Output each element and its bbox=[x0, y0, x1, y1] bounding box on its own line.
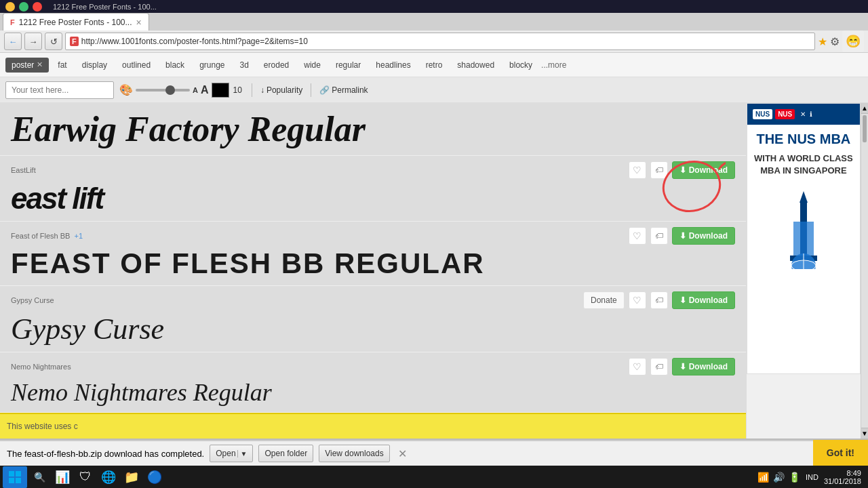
tab-bar: F 1212 Free Poster Fonts - 100... × bbox=[0, 13, 868, 30]
maximize-button[interactable] bbox=[19, 2, 28, 12]
feast-download-button[interactable]: ⬇ Download bbox=[672, 227, 735, 245]
tags-more-button[interactable]: ...more bbox=[541, 60, 566, 70]
start-button[interactable] bbox=[3, 466, 27, 488]
window-title: 1212 Free Poster Fonts - 100... bbox=[53, 3, 157, 11]
got-it-button[interactable]: Got it! bbox=[813, 440, 868, 466]
font-actions-nemo: ♡ 🏷 ⬇ Download bbox=[629, 358, 735, 375]
tag-poster-active[interactable]: poster ✕ bbox=[5, 58, 49, 73]
ad-title: THE NUS MBA bbox=[756, 131, 850, 147]
sort-button[interactable]: ↓ Popularity bbox=[260, 85, 302, 95]
nemo-font-display: Nemo Nightmares Regular bbox=[11, 378, 735, 407]
font-row-gypsy-header: Gypsy Curse Donate ♡ 🏷 ⬇ Download bbox=[11, 291, 735, 309]
font-name-nemo: Nemo Nightmares bbox=[11, 363, 71, 371]
font-name-eastlift: EastLift bbox=[11, 166, 36, 174]
tag-bar: poster ✕ fat display outlined black grun… bbox=[0, 53, 868, 77]
gypsy-favorite-button[interactable]: ♡ bbox=[629, 291, 646, 309]
size-slider-track bbox=[136, 89, 190, 92]
tag-shadowed[interactable]: shadowed bbox=[451, 58, 500, 73]
nemo-download-button[interactable]: ⬇ Download bbox=[672, 358, 735, 375]
taskbar-folder-icon[interactable]: 📁 bbox=[121, 466, 142, 488]
size-slider-container bbox=[136, 89, 190, 92]
tag-fat[interactable]: fat bbox=[52, 58, 73, 73]
taskbar-ie-icon[interactable]: 🌐 bbox=[98, 466, 119, 488]
back-button[interactable]: ← bbox=[4, 33, 22, 50]
gypsy-donate-button[interactable]: Donate bbox=[583, 291, 625, 309]
open-file-button[interactable]: Open ▼ bbox=[210, 445, 253, 462]
taskbar-app-icon[interactable]: 🔵 bbox=[144, 466, 165, 488]
advertisement: NUS NUS ✕ ℹ THE NUS MBA WITH A WORLD CLA… bbox=[747, 103, 861, 374]
ad-close-icon[interactable]: ✕ bbox=[800, 110, 806, 118]
scroll-up-button[interactable]: ▲ bbox=[861, 103, 868, 114]
tag-display[interactable]: display bbox=[76, 58, 113, 73]
taskbar-search-icon[interactable]: 🔍 bbox=[28, 466, 50, 488]
close-notification-button[interactable]: ✕ bbox=[398, 447, 407, 460]
color-picker[interactable] bbox=[212, 83, 229, 98]
tab-close-button[interactable]: × bbox=[136, 17, 142, 28]
gypsy-download-icon: ⬇ bbox=[679, 296, 686, 305]
font-actions-feast: ♡ 🏷 ⬇ Download bbox=[629, 227, 735, 245]
svg-rect-2 bbox=[793, 222, 814, 256]
tag-poster-remove[interactable]: ✕ bbox=[37, 60, 43, 69]
eastlift-download-button[interactable]: ⬇ Download bbox=[672, 161, 735, 179]
permalink-button[interactable]: 🔗 Permalink bbox=[319, 85, 368, 95]
eastlift-favorite-button[interactable]: ♡ bbox=[629, 161, 646, 179]
eastlift-download-label: Download bbox=[689, 165, 728, 175]
nav-right-area: ★ ⚙ 😁 bbox=[818, 30, 864, 52]
nemo-tag-button[interactable]: 🏷 bbox=[650, 358, 668, 375]
open-button-group: Open ▼ bbox=[210, 445, 253, 462]
nemo-favorite-button[interactable]: ♡ bbox=[629, 358, 646, 375]
color-palette-icon[interactable]: 🎨 bbox=[119, 83, 133, 96]
clock: 8:49 31/01/2018 bbox=[824, 469, 861, 485]
scroll-bar[interactable]: ▲ ▼ bbox=[861, 103, 868, 439]
feast-favorite-button[interactable]: ♡ bbox=[629, 227, 646, 245]
font-row-eastlift: EastLift ♡ 🏷 ⬇ Download east lift bbox=[0, 156, 746, 222]
scroll-down-button[interactable]: ▼ bbox=[861, 428, 868, 439]
tag-eroded[interactable]: eroded bbox=[258, 58, 295, 73]
ad-header: NUS NUS ✕ ℹ bbox=[747, 104, 860, 125]
open-label: Open bbox=[216, 449, 235, 458]
tag-black[interactable]: black bbox=[159, 58, 191, 73]
separator-1 bbox=[252, 83, 252, 97]
eastlift-tag-button[interactable]: 🏷 bbox=[650, 161, 668, 179]
tag-retro[interactable]: retro bbox=[420, 58, 449, 73]
open-folder-button[interactable]: Open folder bbox=[258, 445, 313, 462]
font-preview-input[interactable] bbox=[5, 81, 114, 99]
tag-outlined[interactable]: outlined bbox=[116, 58, 157, 73]
taskbar-defender-icon[interactable]: 🛡 bbox=[75, 466, 96, 488]
separator-2 bbox=[311, 83, 311, 97]
open-dropdown-arrow[interactable]: ▼ bbox=[237, 450, 248, 458]
time-display: 8:49 bbox=[824, 469, 861, 477]
navigation-bar: ← → ↺ F http://www.1001fonts.com/poster-… bbox=[0, 30, 868, 53]
taskbar-excel-icon[interactable]: 📊 bbox=[52, 466, 73, 488]
address-bar[interactable]: F http://www.1001fonts.com/poster-fonts.… bbox=[65, 33, 815, 50]
browser-tab[interactable]: F 1212 Free Poster Fonts - 100... × bbox=[3, 13, 149, 30]
size-slider-thumb[interactable] bbox=[165, 85, 175, 95]
font-size-A-icon: A bbox=[201, 84, 209, 96]
tag-headlines[interactable]: headlines bbox=[370, 58, 416, 73]
forward-button[interactable]: → bbox=[24, 33, 42, 50]
tag-3d[interactable]: 3d bbox=[234, 58, 255, 73]
gypsy-tag-button[interactable]: 🏷 bbox=[650, 291, 668, 309]
sort-label: Popularity bbox=[267, 85, 302, 95]
settings-icon[interactable]: ⚙ bbox=[830, 35, 840, 48]
tag-regular[interactable]: regular bbox=[330, 58, 367, 73]
ad-tagline: WITH A WORLD CLASS MBA IN SINGAPORE bbox=[754, 152, 853, 177]
refresh-button[interactable]: ↺ bbox=[45, 33, 62, 50]
close-button[interactable] bbox=[33, 2, 42, 12]
ad-info-icon[interactable]: ℹ bbox=[810, 110, 812, 118]
feast-tag-button[interactable]: 🏷 bbox=[650, 227, 668, 245]
language-indicator: IND bbox=[806, 473, 818, 481]
tag-wide[interactable]: wide bbox=[298, 58, 327, 73]
font-name-gypsy: Gypsy Curse bbox=[11, 296, 54, 304]
font-actions-gypsy: Donate ♡ 🏷 ⬇ Download bbox=[583, 291, 735, 309]
tag-blocky[interactable]: blocky bbox=[503, 58, 538, 73]
gypsy-download-button[interactable]: ⬇ Download bbox=[672, 291, 735, 309]
download-message: The feast-of-flesh-bb.zip download has c… bbox=[7, 449, 204, 459]
view-downloads-button[interactable]: View downloads bbox=[319, 445, 390, 462]
scroll-thumb[interactable] bbox=[863, 115, 867, 142]
minimize-button[interactable] bbox=[5, 2, 15, 12]
eastlift-font-display: east lift bbox=[11, 182, 735, 216]
bookmark-icon[interactable]: ★ bbox=[818, 35, 827, 48]
tag-grunge[interactable]: grunge bbox=[193, 58, 231, 73]
profile-avatar[interactable]: 😁 bbox=[842, 30, 864, 52]
